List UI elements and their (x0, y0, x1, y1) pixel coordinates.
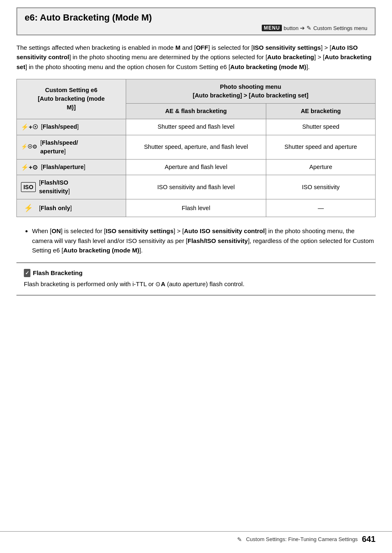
col-ae-flash-header: AE & flash bracketing (126, 103, 266, 119)
flash-aperture-icon: ⚡+⊙ (21, 163, 38, 172)
page-number: 641 (362, 534, 376, 544)
note-title: ✓ Flash Bracketing (24, 268, 368, 278)
setting-label-4: [Flash/ISOsensitivity] (39, 178, 70, 196)
ae-flash-value-4: ISO sensitivity and flash level (126, 175, 266, 199)
ae-flash-value-5: Flash level (126, 199, 266, 217)
ae-value-2: Shutter speed and aperture (266, 135, 376, 159)
intro-paragraph: The settings affected when bracketing is… (16, 43, 376, 72)
menu-context-line: MENU button ➔ ✎ Custom Settings menu (25, 25, 367, 31)
arrow-icon: ➔ (300, 25, 305, 31)
setting-label-5: [Flash only] (39, 204, 72, 213)
footer-text: Custom Settings: Fine-Tuning Camera Sett… (246, 536, 358, 542)
check-icon: ✓ (24, 269, 30, 278)
table-row: ⚡+☉ [Flash/speed] Shutter speed and flas… (17, 119, 376, 135)
ae-flash-value-3: Aperture and flash level (126, 159, 266, 175)
footer-divider (0, 531, 392, 532)
bullet-item: When [ON] is selected for [ISO sensitivi… (32, 226, 376, 255)
setting-cell-5: ⚡ [Flash only] (17, 199, 126, 217)
ae-value-5: — (266, 199, 376, 217)
col-setting-header: Custom Setting e6 [Auto bracketing (mode… (17, 79, 126, 119)
ae-value-3: Aperture (266, 159, 376, 175)
bullet-section: When [ON] is selected for [ISO sensitivi… (16, 226, 376, 255)
flash-speed-aperture-icon: ⚡☉⊙ (21, 143, 37, 151)
setting-cell-1: ⚡+☉ [Flash/speed] (17, 119, 126, 135)
pencil-icon: ✎ (307, 25, 311, 31)
page: e6: Auto Bracketing (Mode M) MENU button… (0, 0, 392, 553)
ae-value-1: Shutter speed (266, 119, 376, 135)
note-text: Flash bracketing is performed only with … (24, 279, 368, 289)
ae-flash-value-1: Shutter speed and flash level (126, 119, 266, 135)
setting-label-3: [Flash/aperture] (41, 163, 85, 171)
setting-cell-4: ISO [Flash/ISOsensitivity] (17, 175, 126, 199)
col-ae-header: AE bracketing (266, 103, 376, 119)
col-photo-menu-header: Photo shooting menu [Auto bracketing] > … (126, 79, 375, 103)
note-box: ✓ Flash Bracketing Flash bracketing is p… (16, 262, 376, 296)
header-box: e6: Auto Bracketing (Mode M) MENU button… (16, 7, 376, 35)
flash-only-icon: ⚡ (21, 203, 36, 213)
page-title: e6: Auto Bracketing (Mode M) (25, 12, 367, 23)
setting-cell-3: ⚡+⊙ [Flash/aperture] (17, 159, 126, 175)
table-row: ⚡☉⊙ [Flash/speed/aperture] Shutter speed… (17, 135, 376, 159)
table-row: ⚡+⊙ [Flash/aperture] Aperture and flash … (17, 159, 376, 175)
ae-flash-value-2: Shutter speed, aperture, and flash level (126, 135, 266, 159)
settings-table: Custom Setting e6 [Auto bracketing (mode… (16, 79, 376, 217)
footer: ✎ Custom Settings: Fine-Tuning Camera Se… (0, 534, 392, 544)
setting-cell-2: ⚡☉⊙ [Flash/speed/aperture] (17, 135, 126, 159)
table-row: ⚡ [Flash only] Flash level — (17, 199, 376, 217)
setting-label-2: [Flash/speed/aperture] (40, 139, 78, 156)
note-title-text: Flash Bracketing (33, 268, 83, 278)
table-row: ISO [Flash/ISOsensitivity] ISO sensitivi… (17, 175, 376, 199)
menu-context: Custom Settings menu (313, 25, 367, 31)
iso-icon: ISO (21, 182, 36, 192)
menu-button-label: MENU (262, 25, 282, 31)
ae-value-4: ISO sensitivity (266, 175, 376, 199)
flash-speed-icon: ⚡+☉ (21, 123, 38, 132)
menu-button-suffix: button (284, 25, 298, 31)
footer-pencil-icon: ✎ (237, 536, 242, 543)
setting-label-1: [Flash/speed] (41, 123, 79, 131)
